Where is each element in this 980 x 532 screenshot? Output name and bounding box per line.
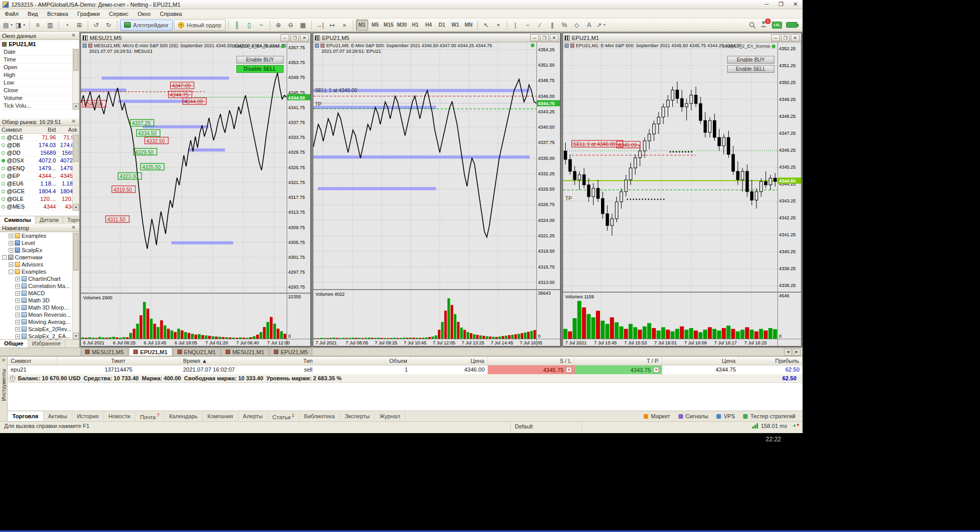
column-header-символ[interactable]: Символ <box>8 357 57 365</box>
tree-expand-icon[interactable]: + <box>9 234 13 238</box>
tree-item-советники[interactable]: -Советники <box>0 254 79 261</box>
column-header-цена[interactable]: Цена <box>411 357 488 365</box>
toolbox-tab-календарь[interactable]: Календарь <box>165 412 203 421</box>
scroll-down-icon[interactable]: ▼ <box>73 204 79 211</box>
toolbox-tab-новости[interactable]: Новости <box>104 412 136 421</box>
history-center-button[interactable]: ◔ <box>62 19 73 31</box>
new-order-button[interactable]: +Новый ордер <box>174 19 226 31</box>
crosshair-button[interactable]: + <box>493 19 504 31</box>
market-watch-row--mes[interactable]: @MES43444345 <box>0 203 79 211</box>
market-watch-row--eu6[interactable]: @EU61.18...1.18... <box>0 180 79 188</box>
tab-общие[interactable]: Общие <box>0 340 28 347</box>
scrollbar-thumb[interactable] <box>73 135 78 162</box>
scrollbar[interactable]: ▼ <box>72 232 79 339</box>
column-header-t-p[interactable]: T / P <box>575 357 662 365</box>
redo-button[interactable]: ↻ <box>103 19 114 31</box>
tree-expand-icon[interactable]: + <box>15 320 20 324</box>
chart-tab-mesu21-m5[interactable]: MESU21,M5 <box>81 347 128 356</box>
tree-expand-icon[interactable]: + <box>9 262 13 267</box>
tree-expand-icon[interactable]: + <box>15 277 20 281</box>
menu-сервис[interactable]: Сервис <box>105 10 133 18</box>
scroll-to-end-button[interactable]: →| <box>314 19 326 31</box>
tree-expand-icon[interactable]: - <box>2 255 7 260</box>
toolbox-panel-label[interactable]: Инструменты <box>1 369 7 401</box>
tree-expand-icon[interactable]: + <box>15 291 20 296</box>
tile-windows-button[interactable]: ▦ <box>297 19 309 31</box>
algo-trading-button[interactable]: Алготрейдинг <box>120 19 173 31</box>
lvl-indicator-icon[interactable]: LVL <box>772 22 782 29</box>
undo-button[interactable]: ↺ <box>91 19 102 31</box>
timeframe-m15-button[interactable]: M15 <box>383 19 395 31</box>
remove-sl-icon[interactable]: ✕ <box>566 367 572 373</box>
toolbox-tab-история[interactable]: История <box>72 412 104 421</box>
market-watch-close-icon[interactable]: ✕ <box>70 118 77 125</box>
menu-вставка[interactable]: Вставка <box>43 10 73 18</box>
chart-tab-epu21-m5[interactable]: EPU21,M5 <box>269 347 312 356</box>
ea-disable-sell-button[interactable]: Disable SELL <box>236 65 284 73</box>
fibonacci-button[interactable]: % <box>559 19 570 31</box>
vertical-line-button[interactable]: | <box>510 19 521 31</box>
chart-minimize-button[interactable]: ─ <box>771 34 780 42</box>
chart-shift-button[interactable]: » <box>339 19 350 31</box>
chart-restore-button[interactable]: ❐ <box>540 34 549 42</box>
search-icon[interactable] <box>749 22 756 29</box>
column-header-прибыль[interactable]: Прибыль <box>739 357 803 365</box>
timeframe-m5-button[interactable]: M5 <box>369 19 382 31</box>
horizontal-line-button[interactable]: − <box>522 19 533 31</box>
data-window-header[interactable]: Окно данных ✕ <box>0 32 79 40</box>
remove-tp-icon[interactable]: ✕ <box>653 367 659 373</box>
market-watch-column-headers[interactable]: СимволBidAsk <box>0 126 79 134</box>
tree-expand-icon[interactable]: + <box>15 327 20 332</box>
market-watch-row--gce[interactable]: @GCE1804.41804.5 <box>0 188 79 195</box>
arrow-objects-button[interactable]: ↗▼ <box>596 19 607 31</box>
scroll-down-icon[interactable]: ▼ <box>73 333 79 339</box>
data-window-toggle-button[interactable]: ▥ <box>45 19 56 31</box>
shapes-button[interactable]: ◇ <box>571 19 583 31</box>
service-vps[interactable]: VPS <box>716 413 735 419</box>
column-header-время[interactable]: Время ▲ <box>180 357 277 365</box>
tree-item-mean-reversio-[interactable]: +Mean Reversio... <box>0 311 79 318</box>
tree-item-scalpex[interactable]: +ScalpEx <box>0 247 79 254</box>
tree-item-scalpex-2-ea-[interactable]: +ScalpEx_2_EA... <box>0 333 79 339</box>
zoom-out-button[interactable]: ⊖ <box>285 19 296 31</box>
service-тестер-стратегий[interactable]: Тестер стратегий <box>743 413 795 419</box>
timeframe-d1-button[interactable]: D1 <box>436 19 448 31</box>
ea-enable-buy-button[interactable]: Enable BUY <box>236 56 284 64</box>
scroll-down-icon[interactable]: ▼ <box>73 103 79 110</box>
chart-client-area[interactable]: 4352.254351.254350.254349.254348.254347.… <box>563 43 801 346</box>
account-icon[interactable]: 1 <box>760 21 768 30</box>
column-header-тип[interactable]: Тип <box>277 357 339 365</box>
ea-enable-sell-button[interactable]: Enable SELL <box>727 65 774 73</box>
market-watch-row--dd[interactable]: @DD1568915690 <box>0 149 79 157</box>
tree-item-level[interactable]: +Level <box>0 239 79 247</box>
timeframe-h4-button[interactable]: H4 <box>423 19 435 31</box>
status-latency[interactable]: 158.01 ms <box>752 423 787 429</box>
tree-item-moving-averag-[interactable]: +Moving Averag... <box>0 318 79 325</box>
tree-item-examples[interactable]: +Examples <box>0 232 79 239</box>
timeframe-mn-button[interactable]: MN <box>463 19 475 31</box>
tree-item-chartinchart[interactable]: +ChartInChart <box>0 275 79 282</box>
tree-item-advisors[interactable]: +Advisors <box>0 261 79 268</box>
chart-tab-mesu21-m1[interactable]: MESU21,M1 <box>221 347 269 356</box>
chart-close-button[interactable]: ✕ <box>300 34 309 42</box>
toolbox-tab-журнал[interactable]: Журнал <box>375 412 405 421</box>
chart-title-bar[interactable]: MESU21,M5─❐✕ <box>81 33 310 43</box>
tree-expand-icon[interactable]: + <box>9 248 13 253</box>
status-profile[interactable]: Default <box>510 422 582 431</box>
navigator-close-icon[interactable]: ✕ <box>70 224 77 231</box>
menu-справка[interactable]: Справка <box>155 10 187 18</box>
text-label-button[interactable]: A <box>584 19 595 31</box>
tab-символы[interactable]: Символы <box>0 216 35 224</box>
line-chart-button[interactable]: ~ <box>256 19 267 31</box>
zoom-in-button[interactable]: ⊕ <box>273 19 284 31</box>
trade-table-header[interactable]: СимволТикетВремя ▲ТипОбъемЦенаS / LT / P… <box>8 357 803 365</box>
toolbox-tab-активы[interactable]: Активы <box>44 412 72 421</box>
service-маркет[interactable]: Маркет <box>644 413 670 419</box>
column-header-символ[interactable]: Символ <box>0 127 36 133</box>
scrollbar[interactable]: ▼ <box>72 134 79 211</box>
tree-item-correlation-ma-[interactable]: +Correlation Ma... <box>0 282 79 290</box>
column-header-объем[interactable]: Объем <box>339 357 411 365</box>
chart-restore-button[interactable]: ❐ <box>290 34 299 42</box>
tree-item-math-3d-morp-[interactable]: +Math 3D Morp... <box>0 304 79 311</box>
service-сигналы[interactable]: Сигналы <box>678 413 709 419</box>
